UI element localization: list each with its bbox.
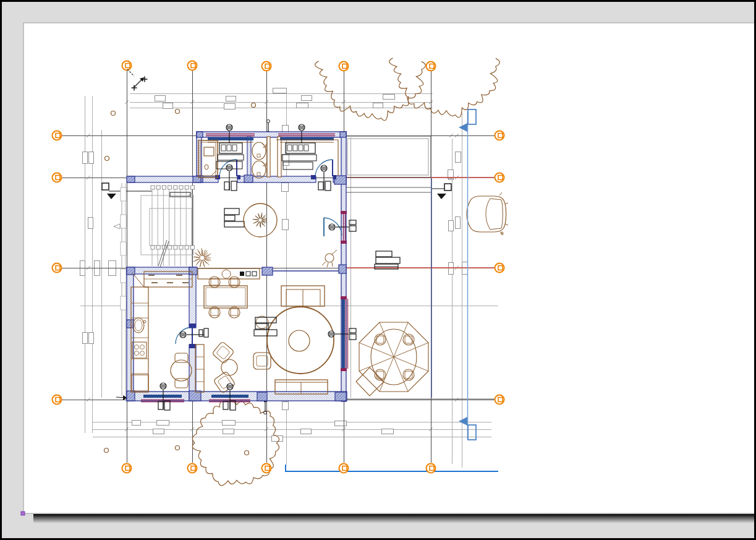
column <box>127 176 135 182</box>
grid-bubble <box>495 395 504 405</box>
drawing-canvas[interactable] <box>0 0 756 540</box>
grid-bubble <box>495 173 504 182</box>
exterior-wall <box>197 132 346 137</box>
column <box>262 267 273 275</box>
grid-bubble <box>262 62 271 71</box>
grid-bubble <box>122 61 132 71</box>
window-glazing <box>143 395 182 398</box>
exterior-wall <box>127 268 134 401</box>
column <box>127 267 135 275</box>
column <box>257 392 267 401</box>
grid-bubble <box>188 464 197 473</box>
grid-bubble <box>53 173 62 182</box>
interior-wall <box>127 267 194 274</box>
grid-bubble <box>427 62 436 71</box>
column <box>244 175 253 182</box>
grid-bubble <box>339 464 349 473</box>
grid-bubble <box>53 395 62 405</box>
column <box>127 320 134 328</box>
bath-partition <box>247 137 251 177</box>
exterior-wall <box>197 132 202 181</box>
column <box>197 132 203 137</box>
grid-bubble <box>262 464 271 473</box>
grid-bubble <box>122 464 132 473</box>
column <box>189 267 197 275</box>
cad-workspace <box>0 0 756 540</box>
grid-bubble <box>427 464 436 473</box>
grid-bubble <box>495 131 504 140</box>
grid-bubble <box>495 264 504 273</box>
grid-bubble <box>53 264 62 273</box>
wood-partition <box>267 137 270 177</box>
wood-partition <box>278 137 281 177</box>
column <box>339 265 346 273</box>
grid-bubble <box>53 131 62 140</box>
decor <box>240 272 244 276</box>
sheet-shadow <box>33 514 756 523</box>
column <box>335 392 346 401</box>
grid-bubble <box>188 61 197 71</box>
column <box>340 132 346 137</box>
sheet-corner-handle <box>21 512 25 515</box>
grid-bubble <box>339 62 349 71</box>
